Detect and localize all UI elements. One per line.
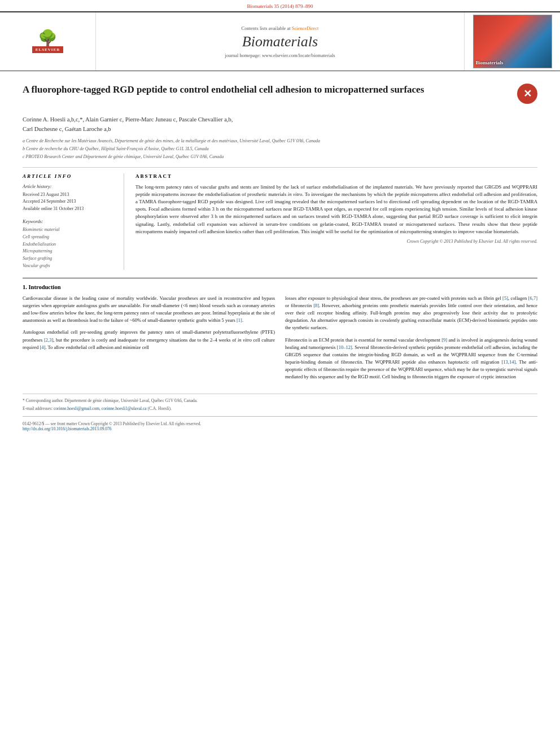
intro-col-1: Cardiovascular disease is the leading ca… bbox=[23, 295, 275, 386]
keyword-5: Surface grafting bbox=[23, 255, 116, 263]
intro-col-2: losses after exposure to physiological s… bbox=[285, 295, 537, 386]
journal-title-area: Contents lists available at ScienceDirec… bbox=[96, 12, 464, 71]
article-info-panel: Article info Article history: Received 2… bbox=[23, 173, 124, 270]
crossmark-badge: ✕ bbox=[517, 84, 537, 104]
keyword-3: Endothelialisation bbox=[23, 241, 116, 248]
email-link-2[interactable]: corinne.hoesli1@ulaval.ca bbox=[102, 406, 147, 411]
journal-header-bar: 🌳 ELSEVIER Contents lists available at S… bbox=[0, 11, 560, 71]
journal-cover-area: Biomaterials bbox=[464, 12, 560, 71]
journal-citation: Biomaterials 35 (2014) 879–890 bbox=[0, 0, 560, 11]
paper-title-section: A fluorophore-tagged RGD peptide to cont… bbox=[23, 78, 537, 110]
cover-label: Biomaterials bbox=[476, 60, 504, 65]
authors-line: Corinne A. Hoesli a,b,c,*, Alain Garnier… bbox=[23, 115, 537, 134]
keyword-2: Cell spreading bbox=[23, 234, 116, 241]
intro-para-1: Cardiovascular disease is the leading ca… bbox=[23, 295, 275, 325]
affiliation-c: c PROTEO Research Center and Département… bbox=[23, 154, 537, 160]
keyword-6: Vascular grafts bbox=[23, 263, 116, 270]
sciencedirect-anchor[interactable]: ScienceDirect bbox=[292, 25, 319, 31]
intro-para-4: Fibronectin is an ECM protein that is es… bbox=[285, 337, 537, 381]
affiliation-b: b Centre de recherche du CHU de Québec, … bbox=[23, 146, 537, 152]
author-corinne: Corinne A. Hoesli a,b,c,*, Alain Garnier… bbox=[23, 116, 233, 123]
elsevier-label: ELSEVIER bbox=[32, 46, 63, 53]
keywords-list: Biomimetic material Cell spreading Endot… bbox=[23, 226, 116, 270]
crossmark-icon: ✕ bbox=[517, 84, 537, 104]
intro-body-columns: Cardiovascular disease is the leading ca… bbox=[23, 295, 537, 386]
footer-separator bbox=[23, 416, 537, 417]
email-footnote: E-mail addresses: corinne.hoesli@gmail.c… bbox=[23, 405, 537, 412]
tree-icon: 🌳 bbox=[38, 30, 58, 46]
journal-homepage-text: journal homepage: www.elsevier.com/locat… bbox=[225, 53, 335, 58]
available-text: Available online 31 October 2013 bbox=[23, 206, 116, 213]
doi-link[interactable]: http://dx.doi.org/10.1016/j.biomaterials… bbox=[23, 426, 112, 431]
elsevier-logo: 🌳 ELSEVIER bbox=[32, 30, 63, 53]
journal-main-title: Biomaterials bbox=[242, 33, 318, 50]
contents-text: Contents lists available at bbox=[242, 25, 291, 31]
received-date: Received 23 August 2013 Accepted 24 Sept… bbox=[23, 191, 116, 213]
section-header: 1. Introduction bbox=[23, 284, 537, 290]
abstract-body: The long-term patency rates of vascular … bbox=[135, 184, 537, 235]
homepage-label: journal homepage: www.elsevier.com/locat… bbox=[225, 53, 335, 58]
section-title: Introduction bbox=[29, 284, 61, 290]
keyword-4: Micropatterning bbox=[23, 248, 116, 255]
history-label: Article history: bbox=[23, 184, 116, 189]
article-info-title: Article info bbox=[23, 173, 116, 179]
main-content-area: A fluorophore-tagged RGD peptide to cont… bbox=[0, 71, 560, 438]
author-line2: Carl Duchesne c, Gaétan Laroche a,b bbox=[23, 126, 111, 132]
intro-para-3: losses after exposure to physiological s… bbox=[285, 295, 537, 332]
corresponding-note-text: * Corresponding author. Département de g… bbox=[23, 398, 198, 403]
intro-para-2: Autologous endothelial cell pre-seeding … bbox=[23, 329, 275, 351]
elsevier-logo-area: 🌳 ELSEVIER bbox=[0, 12, 96, 71]
email-suffix: (C.A. Hoesli). bbox=[147, 406, 172, 411]
received-text: Received 23 August 2013 bbox=[23, 191, 116, 199]
introduction-section: 1. Introduction Cardiovascular disease i… bbox=[23, 278, 537, 386]
paper-title: A fluorophore-tagged RGD peptide to cont… bbox=[23, 84, 510, 97]
abstract-panel: Abstract The long-term patency rates of … bbox=[135, 173, 537, 270]
abstract-text-content: The long-term patency rates of vascular … bbox=[135, 184, 537, 234]
email-link-1[interactable]: corinne.hoesli@gmail.com bbox=[54, 406, 99, 411]
keywords-label: Keywords: bbox=[23, 219, 116, 224]
email-label: E-mail addresses: bbox=[23, 406, 53, 411]
issn-line: 0142-9612/$ — see front matter Crown Cop… bbox=[23, 421, 537, 426]
abstract-title: Abstract bbox=[135, 173, 537, 179]
info-abstract-section: Article info Article history: Received 2… bbox=[23, 167, 537, 270]
accepted-text: Accepted 24 September 2013 bbox=[23, 198, 116, 206]
section-number: 1. bbox=[23, 284, 27, 290]
affiliations-block: a Centre de Recherche sur les Matériaux … bbox=[23, 138, 537, 160]
affiliation-a: a Centre de Recherche sur les Matériaux … bbox=[23, 138, 537, 145]
citation-text: Biomaterials 35 (2014) 879–890 bbox=[247, 3, 313, 9]
corresponding-author-note: * Corresponding author. Département de g… bbox=[23, 397, 537, 404]
page-footer: * Corresponding author. Département de g… bbox=[23, 394, 537, 432]
sciencedirect-link[interactable]: Contents lists available at ScienceDirec… bbox=[242, 25, 319, 31]
doi-line[interactable]: http://dx.doi.org/10.1016/j.biomaterials… bbox=[23, 426, 537, 431]
copyright-text: Crown Copyright © 2013 Published by Else… bbox=[135, 239, 537, 244]
keyword-1: Biomimetic material bbox=[23, 226, 116, 234]
journal-cover-image: Biomaterials bbox=[473, 15, 552, 68]
